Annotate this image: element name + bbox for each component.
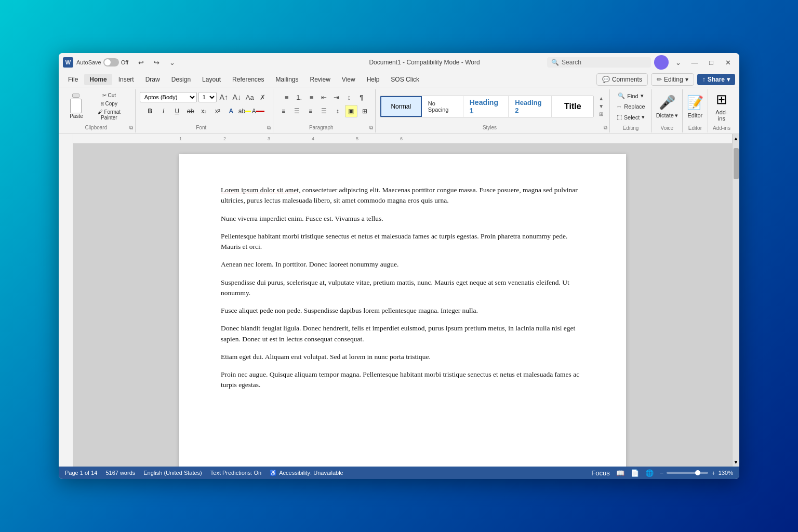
numbering-button[interactable]: 1. [294,91,305,103]
text-effects-button[interactable]: A [225,105,237,117]
paragraph-8[interactable]: Etiam eget dui. Aliquam erat volutpat. S… [221,352,584,362]
styles-scroll-down[interactable]: ▼ [597,103,605,110]
style-heading2[interactable]: Heading 2 [509,96,552,117]
redo-button[interactable]: ↪ [149,55,164,70]
style-heading1[interactable]: Heading 1 [463,96,509,117]
editor-button[interactable]: Editor [688,112,703,118]
paragraph-6[interactable]: Fusce aliquet pede non pede. Suspendisse… [221,305,584,316]
window-title: Document1 - Compatibility Mode - Word [305,59,544,66]
underline-button[interactable]: U [171,105,183,117]
text-highlight-button[interactable]: ab [238,105,251,117]
minimize-button[interactable]: — [687,55,702,70]
font-size-select[interactable]: 11 [198,92,217,102]
font-name-select[interactable]: Aptos (Body) [140,92,197,102]
bullets-button[interactable]: ≡ [281,91,292,103]
multilevel-list-button[interactable]: ≡ [306,91,317,103]
comments-button[interactable]: 💬 Comments [596,73,648,86]
show-formatting-button[interactable]: ¶ [356,91,367,103]
sort-button[interactable]: ↕ [343,91,355,103]
para-row2: ≡ ☰ ≡ ☰ ↕ ▣ ⊞ [277,105,371,117]
zoom-out-button[interactable]: − [659,468,665,478]
print-layout-button[interactable]: 📄 [630,468,640,478]
menu-layout[interactable]: Layout [197,74,226,85]
styles-expand-icon[interactable]: ⧉ [604,125,607,131]
vertical-scrollbar[interactable]: ▲ ▼ [732,134,739,467]
menu-file[interactable]: File [63,74,83,85]
copy-button[interactable]: ⎘ Copy [87,100,131,107]
paragraph-expand-icon[interactable]: ⧉ [369,125,373,131]
dictate-button[interactable]: Dictate ▾ [656,112,678,119]
italic-button[interactable]: I [157,105,170,117]
menu-design[interactable]: Design [166,74,196,85]
menu-draw[interactable]: Draw [140,74,165,85]
addins-button[interactable]: Add-ins [712,109,731,122]
bold-button[interactable]: B [144,105,156,117]
change-case-button[interactable]: Aa [244,91,256,103]
paragraph-9[interactable]: Proin nec augue. Quisque aliquam tempor … [221,369,584,391]
font-expand-icon[interactable]: ⧉ [267,125,271,131]
undo-button[interactable]: ↩ [134,55,148,70]
decrease-indent-button[interactable]: ⇤ [318,91,330,103]
document-scroll-area[interactable]: Lorem ipsum dolor sit amet, consectetuer… [73,143,732,467]
voice-body: 🎤 Dictate ▾ [652,89,682,124]
menu-view[interactable]: View [337,74,361,85]
clipboard-small-buttons: ✂ Cut ⎘ Copy 🖌 Format Painter [87,92,131,121]
styles-expand-button[interactable]: ⊞ [597,111,605,118]
font-color-button[interactable]: A [252,105,264,117]
shading-button[interactable]: ▣ [345,105,357,117]
format-painter-button[interactable]: 🖌 Format Painter [87,109,131,121]
menu-references[interactable]: References [227,74,269,85]
align-center-button[interactable]: ☰ [291,105,303,117]
increase-indent-button[interactable]: ⇥ [331,91,342,103]
focus-button[interactable]: Focus [590,468,610,478]
menu-mailings[interactable]: Mailings [270,74,303,85]
menu-sos[interactable]: SOS Click [385,74,424,85]
quick-access-more[interactable]: ⌄ [165,55,179,70]
menu-review[interactable]: Review [305,74,336,85]
share-button[interactable]: ↑ Share ▾ [697,74,735,85]
align-left-button[interactable]: ≡ [277,105,290,117]
menu-home[interactable]: Home [84,74,112,85]
ribbon-display-button[interactable]: ⌄ [671,55,685,70]
document-page[interactable]: Lorem ipsum dolor sit amet, consectetuer… [179,154,626,467]
paragraph-7[interactable]: Donec blandit feugiat ligula. Donec hend… [221,323,584,344]
editing-mode-button[interactable]: ✏ Editing ▾ [651,73,694,86]
borders-button[interactable]: ⊞ [358,105,371,117]
zoom-in-button[interactable]: + [710,468,716,478]
subscript-button[interactable]: x₂ [198,105,210,117]
paragraph-3[interactable]: Pellentesque habitant morbi tristique se… [221,231,584,252]
paragraph-2[interactable]: Nunc viverra imperdiet enim. Fusce est. … [221,214,584,224]
menu-help[interactable]: Help [362,74,385,85]
justify-button[interactable]: ☰ [318,105,330,117]
align-right-button[interactable]: ≡ [304,105,317,117]
zoom-slider[interactable] [667,472,708,474]
cut-button[interactable]: ✂ Cut [87,92,131,99]
strikethrough-button[interactable]: ab [184,105,197,117]
status-right: Focus 📖 📄 🌐 − + 130% [590,468,733,478]
paragraph-5[interactable]: Suspendisse dui purus, scelerisque at, v… [221,277,584,299]
clipboard-expand-icon[interactable]: ⧉ [129,125,133,131]
paragraph-4[interactable]: Aenean nec lorem. In porttitor. Donec la… [221,259,584,270]
autosave-toggle[interactable] [103,58,119,66]
clear-formatting-button[interactable]: ✗ [257,91,269,103]
restore-button[interactable]: □ [704,55,719,70]
replace-button[interactable]: ↔ Replace [614,102,647,111]
styles-scroll-up[interactable]: ▲ [597,95,605,102]
menu-insert[interactable]: Insert [113,74,139,85]
avatar[interactable] [654,55,669,70]
search-box[interactable]: 🔍 Search [547,57,651,68]
superscript-button[interactable]: x² [211,105,224,117]
line-spacing-button[interactable]: ↕ [331,105,344,117]
paragraph-1[interactable]: Lorem ipsum dolor sit amet, consectetuer… [221,185,584,206]
style-normal[interactable]: Normal [380,96,422,117]
close-button[interactable]: ✕ [721,55,735,70]
read-mode-button[interactable]: 📖 [615,468,626,478]
style-title[interactable]: Title [552,96,593,117]
web-layout-button[interactable]: 🌐 [644,468,655,478]
select-button[interactable]: ⬚ Select ▾ [615,113,647,122]
find-button[interactable]: 🔍 Find ▾ [616,91,645,100]
font-decrease-button[interactable]: A↓ [231,91,243,103]
paste-button[interactable]: Paste [67,94,86,119]
font-increase-button[interactable]: A↑ [218,91,230,103]
style-no-spacing[interactable]: No Spacing [422,96,463,117]
